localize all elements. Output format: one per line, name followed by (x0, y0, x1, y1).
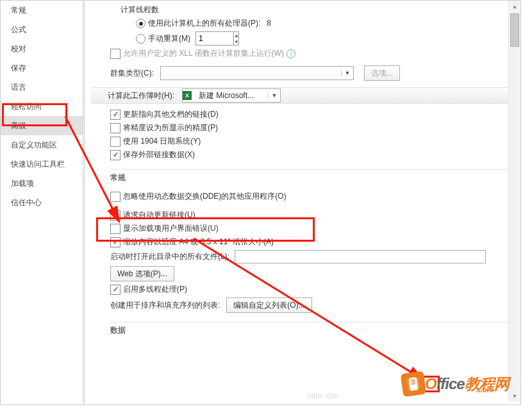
cluster-options-button: 选项... (364, 65, 400, 81)
checkbox-ask-update[interactable] (110, 210, 121, 221)
manual-thread-input[interactable] (196, 32, 233, 45)
nav-proofing[interactable]: 校对 (1, 39, 83, 58)
cluster-type-dropdown[interactable]: ▼ (160, 66, 354, 80)
excel-file-icon: X (183, 91, 192, 100)
checkbox-dde-label: 忽略使用动态数据交换(DDE)的其他应用程序(O) (123, 191, 287, 202)
calc-workbook-label: 计算此工作簿时(H): (108, 90, 174, 101)
main-pane: 计算线程数 使用此计算机上的所有处理器(P): 8 手动重算(M) ▲▼ 允许用… (84, 0, 521, 405)
cluster-type-label: 群集类型(C): (110, 68, 154, 79)
nav-advanced[interactable]: 高级 (1, 116, 83, 135)
web-options-button[interactable]: Web 选项(P)... (110, 266, 174, 281)
checkbox-save-external-label: 保存外部链接数据(X) (123, 149, 195, 160)
chevron-down-icon: ▼ (268, 92, 280, 99)
radio-all-processors-label: 使用此计算机上的所有处理器(P): 8 (148, 18, 271, 29)
nav-formulas[interactable]: 公式 (1, 20, 83, 39)
checkbox-scale-paper[interactable] (110, 237, 121, 247)
nav-qat[interactable]: 快速访问工具栏 (1, 154, 83, 174)
vertical-scrollbar[interactable]: ▲ ▼ (508, 1, 520, 402)
radio-manual-recalc[interactable] (136, 34, 145, 44)
scroll-up-icon[interactable]: ▲ (509, 1, 520, 12)
checkbox-xll-cluster (110, 49, 121, 59)
manual-thread-spinner[interactable]: ▲▼ (195, 31, 239, 46)
calc-workbook-section-bar: 计算此工作簿时(H): X 新建 Microsoft... ▼ (91, 87, 514, 104)
checkbox-precision-label: 将精度设为所显示的精度(P) (123, 122, 218, 133)
checkbox-scale-paper-label: 缩放内容以适应 A4 或 8.5 x 11" 纸张大小(A) (123, 237, 274, 247)
info-icon[interactable]: i (287, 49, 295, 58)
nav-general[interactable]: 常规 (1, 1, 83, 20)
startup-folder-input[interactable] (235, 250, 486, 263)
watermark-url: https://blo (308, 392, 338, 399)
options-sidebar: 常规 公式 校对 保存 语言 轻松访问 高级 自定义功能区 快速访问工具栏 加载… (0, 0, 83, 405)
checkbox-1904[interactable] (110, 137, 121, 147)
section-heading-general: 常规 (110, 169, 514, 183)
radio-manual-recalc-label: 手动重算(M) (148, 33, 190, 44)
checkbox-update-links[interactable] (110, 110, 121, 120)
scroll-down-icon[interactable]: ▼ (509, 390, 520, 402)
checkbox-ask-update-label: 请求自动更新链接(U) (123, 210, 195, 221)
checkbox-xll-cluster-label: 允许用户定义的 XLL 函数在计算群集上运行(W) (123, 48, 284, 59)
checkbox-multithread-label: 启用多线程处理(P) (123, 284, 187, 295)
checkbox-update-links-label: 更新指向其他文档的链接(D) (123, 109, 219, 120)
spin-up-icon[interactable]: ▲ (234, 32, 239, 38)
nav-language[interactable]: 语言 (1, 78, 83, 97)
checkbox-save-external[interactable] (110, 150, 121, 160)
chevron-down-icon: ▼ (341, 70, 353, 76)
scrollbar-thumb[interactable] (510, 13, 519, 47)
checkbox-addin-errors-label: 显示加载项用户界面错误(U) (123, 223, 219, 234)
nav-save[interactable]: 保存 (1, 58, 83, 78)
checkbox-dde[interactable] (110, 192, 121, 202)
nav-customize-ribbon[interactable]: 自定义功能区 (1, 135, 83, 154)
checkbox-multithread[interactable] (110, 285, 121, 295)
calc-workbook-dropdown[interactable]: X 新建 Microsoft... ▼ (182, 88, 281, 103)
checkbox-1904-label: 使用 1904 日期系统(Y) (123, 136, 201, 147)
section-heading-data: 数据 (110, 322, 514, 336)
custom-list-label: 创建用于排序和填充序列的列表: (110, 300, 220, 311)
threads-heading: 计算线程数 (121, 4, 514, 15)
nav-addins[interactable]: 加载项 (1, 174, 83, 193)
checkbox-addin-errors[interactable] (110, 224, 121, 234)
radio-all-processors[interactable] (136, 19, 145, 28)
nav-trust-center[interactable]: 信任中心 (1, 193, 83, 212)
edit-custom-list-button[interactable]: 编辑自定义列表(O)... (226, 297, 312, 313)
checkbox-precision[interactable] (110, 123, 121, 133)
spin-down-icon[interactable]: ▼ (234, 38, 239, 45)
nav-ease-of-access[interactable]: 轻松访问 (1, 97, 83, 116)
startup-folder-label: 启动时打开此目录中的所有文件(L): (110, 251, 229, 262)
